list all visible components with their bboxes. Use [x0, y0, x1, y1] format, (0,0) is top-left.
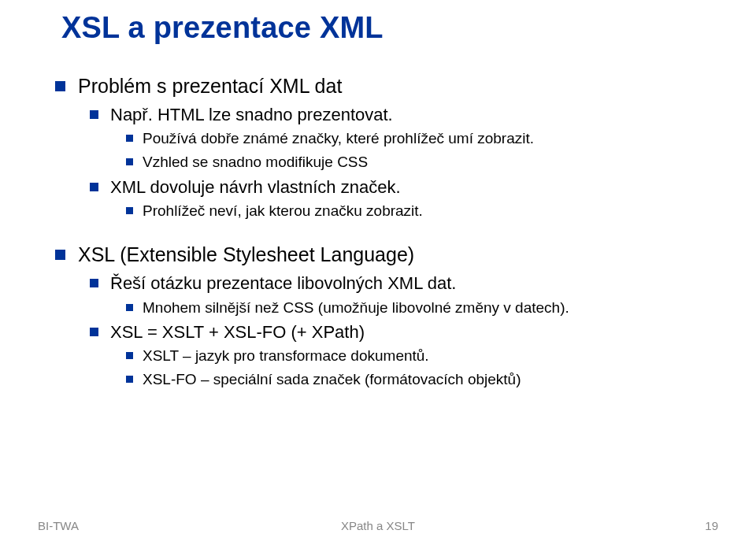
list-item-label: Používá dobře známé značky, které prohlí…: [143, 128, 534, 149]
bullet-icon: [126, 304, 133, 311]
list-item: Např. HTML lze snadno prezentovat.: [90, 103, 701, 126]
list-item-label: Mnohem silnější než CSS (umožňuje libovo…: [143, 298, 569, 318]
list-item: XSL (Extensible Stylesheet Language): [55, 243, 701, 267]
bullet-icon: [90, 279, 98, 287]
list-item: XSLT – jazyk pro transformace dokumentů.: [126, 346, 701, 366]
list-item: XSL-FO – speciální sada značek (formátov…: [126, 369, 701, 390]
bullet-icon: [126, 207, 133, 214]
list-item: Prohlížeč neví, jak kterou značku zobraz…: [126, 201, 701, 221]
bullet-icon: [126, 158, 133, 165]
list-item-label: Problém s prezentací XML dat: [78, 74, 342, 98]
list-item: Mnohem silnější než CSS (umožňuje libovo…: [126, 298, 701, 318]
list-item: XML dovoluje návrh vlastních značek.: [90, 176, 701, 198]
footer: BI-TWA XPath a XSLT 19: [0, 515, 756, 532]
list-item: Vzhled se snadno modifikuje CSS: [126, 152, 701, 172]
bullet-list: Problém s prezentací XML dat Např. HTML …: [55, 74, 701, 392]
bullet-icon: [55, 81, 65, 91]
list-item: XSL = XSLT + XSL-FO (+ XPath): [90, 321, 701, 343]
list-item: Používá dobře známé značky, které prohlí…: [126, 128, 701, 149]
list-item-label: XML dovoluje návrh vlastních značek.: [110, 176, 401, 198]
bullet-icon: [90, 110, 98, 119]
footer-center: XPath a XSLT: [0, 519, 756, 532]
list-item: Problém s prezentací XML dat: [55, 74, 701, 98]
list-item-label: XSLT – jazyk pro transformace dokumentů.: [143, 346, 429, 366]
spacer: [55, 224, 701, 243]
list-item-label: XSL (Extensible Stylesheet Language): [78, 243, 414, 267]
slide-title: XSL a prezentace XML: [61, 11, 384, 45]
bullet-icon: [126, 135, 133, 142]
bullet-icon: [126, 376, 133, 383]
list-item-label: Řeší otázku prezentace libovolných XML d…: [110, 272, 456, 295]
list-item-label: Vzhled se snadno modifikuje CSS: [143, 152, 368, 172]
list-item-label: Prohlížeč neví, jak kterou značku zobraz…: [143, 201, 423, 221]
list-item-label: Např. HTML lze snadno prezentovat.: [110, 103, 393, 126]
bullet-icon: [55, 250, 65, 260]
slide: XSL a prezentace XML Problém s prezentac…: [0, 0, 756, 556]
list-item-label: XSL = XSLT + XSL-FO (+ XPath): [110, 321, 365, 343]
list-item: Řeší otázku prezentace libovolných XML d…: [90, 272, 701, 295]
list-item-label: XSL-FO – speciální sada značek (formátov…: [143, 369, 521, 390]
bullet-icon: [90, 183, 98, 191]
bullet-icon: [126, 352, 133, 359]
footer-page-number: 19: [705, 519, 718, 532]
bullet-icon: [90, 328, 98, 336]
